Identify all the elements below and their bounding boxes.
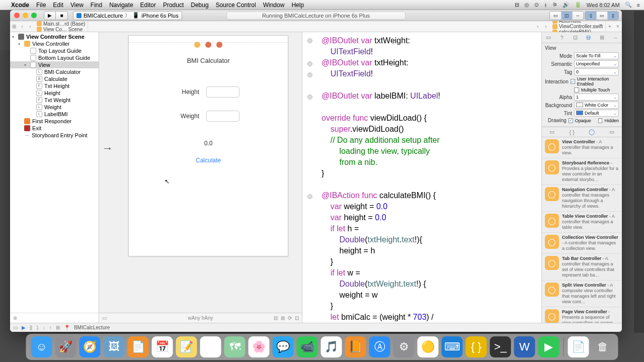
breadcrumb-item[interactable]: ViewController.swift	[550, 24, 606, 29]
tag-field[interactable]: 0⌄	[574, 68, 619, 75]
identity-inspector-tab[interactable]: ⊡	[569, 32, 582, 43]
dock-safari[interactable]: 🧭	[79, 336, 101, 357]
add-button[interactable]: +	[606, 24, 614, 29]
library-item[interactable]: ◯Collection View Controller - A controll…	[542, 233, 622, 254]
help-inspector-tab[interactable]: ?	[555, 32, 569, 43]
dock-finder[interactable]: ☺	[31, 336, 52, 357]
scheme-selector[interactable]: BMICalcLecture 〉 📱 iPhone 6s Plus	[73, 11, 182, 20]
dock-messages[interactable]: 💬	[273, 336, 294, 357]
connection-dot[interactable]	[307, 194, 312, 199]
dock-terminal[interactable]: >_	[490, 336, 511, 357]
dock-trash[interactable]: 🗑	[592, 336, 613, 357]
breadcrumb-item[interactable]: View Co… Scene	[34, 27, 88, 32]
dock-document[interactable]: 📄	[568, 336, 589, 357]
back-button[interactable]: ‹	[534, 24, 542, 29]
attributes-inspector-tab[interactable]: ⊟	[582, 32, 596, 43]
ib-view-controller[interactable]: BMI Calculator Height Weight 0.0 Calcula…	[128, 35, 288, 256]
pin-button[interactable]: ⊞	[281, 315, 285, 321]
size-inspector-tab[interactable]: ⊞	[595, 32, 609, 43]
editor-standard[interactable]: ▭	[550, 12, 561, 20]
dock-pages[interactable]: 📄	[128, 336, 149, 357]
weight-label[interactable]: Weight	[177, 113, 199, 120]
clock[interactable]: Wed 8:02 AM	[587, 2, 620, 8]
debug-step[interactable]: ||	[30, 325, 32, 330]
forward-button[interactable]: ›	[542, 24, 550, 29]
resolve-button[interactable]: ⟳	[288, 315, 292, 321]
align-button[interactable]: ⊟	[274, 315, 278, 321]
library-item[interactable]: ◯Page View Controller - Presents a seque…	[542, 307, 622, 323]
multiple-touch-checkbox[interactable]	[574, 87, 579, 93]
app-menu[interactable]: Xcode	[11, 2, 29, 9]
library-item[interactable]: ◯Navigation Controller - A controller th…	[542, 185, 622, 212]
menu-window[interactable]: Window	[263, 2, 285, 9]
hidden-checkbox[interactable]	[598, 118, 602, 123]
dock-calendar[interactable]: 📅	[152, 336, 173, 357]
forward-button[interactable]: ›	[26, 24, 34, 29]
connections-inspector-tab[interactable]: →	[609, 32, 622, 43]
object-library-tab[interactable]: ◯	[582, 127, 602, 137]
media-library-tab[interactable]: ▭	[602, 127, 622, 137]
menu-file[interactable]: File	[36, 2, 46, 9]
height-textfield[interactable]	[206, 86, 239, 98]
run-button[interactable]: ▶	[44, 11, 56, 20]
dock-notes[interactable]: 📝	[176, 336, 197, 357]
tree-item[interactable]: LHeight	[10, 89, 99, 97]
navigator-filter[interactable]: ⊕	[10, 313, 99, 323]
opaque-checkbox[interactable]: ✓	[569, 118, 573, 123]
menu-view[interactable]: View	[70, 2, 84, 9]
height-label[interactable]: Height	[177, 88, 199, 96]
vc-icon[interactable]	[194, 42, 200, 48]
minimize-button[interactable]	[23, 13, 28, 18]
library-item[interactable]: ◯Storyboard Reference - Provides a place…	[542, 158, 622, 185]
connection-dot[interactable]	[307, 61, 312, 66]
alpha-field[interactable]: 1⌄	[574, 94, 619, 101]
debug-location[interactable]: 📍	[64, 325, 70, 330]
library-item[interactable]: ◯Table View Controller - A controller th…	[542, 212, 622, 233]
menu-find[interactable]: Find	[91, 2, 102, 9]
tree-item[interactable]: LLabelBMI	[10, 111, 99, 118]
menu-debug[interactable]: Debug	[191, 2, 208, 9]
toggle-debug[interactable]: ▭	[596, 12, 607, 20]
tree-item[interactable]: LWeight	[10, 104, 99, 111]
debug-process[interactable]: BMICalcLecture	[74, 325, 110, 330]
file-template-tab[interactable]: ▭	[542, 127, 562, 137]
library-item[interactable]: ◯Split View Controller - A composite vie…	[542, 281, 622, 307]
breadcrumb-item[interactable]: Main.st…rd (Base)	[34, 21, 88, 27]
editor-version[interactable]: ↔	[572, 12, 583, 20]
menu-product[interactable]: Product	[163, 2, 184, 9]
scene-header[interactable]: ▾View Controller Scene	[10, 33, 99, 40]
library-item[interactable]: ◯Tab Bar Controller - A controller that …	[542, 254, 622, 281]
background-field[interactable]: White Color⌄	[574, 102, 619, 109]
debug-stepout[interactable]: ↑	[49, 325, 52, 330]
zoom-button[interactable]	[31, 13, 37, 18]
dock-appstore[interactable]: Ⓐ	[369, 336, 390, 357]
user-interaction-checkbox[interactable]: ✓	[571, 79, 575, 84]
tree-item[interactable]: →Storyboard Entry Point	[10, 132, 99, 139]
close-button[interactable]	[14, 13, 20, 18]
notifications-icon[interactable]: ≡	[637, 2, 640, 8]
menu-editor[interactable]: Editor	[140, 2, 156, 9]
calculate-button[interactable]: Calculate	[129, 157, 288, 164]
tree-item[interactable]: FTxt Height	[10, 82, 99, 89]
menu-extra-icon[interactable]: ◎	[524, 2, 529, 8]
library-item[interactable]: ◯View Controller - A controller that man…	[542, 137, 622, 158]
dock-preview[interactable]: 🖼	[104, 336, 125, 357]
debug-toggle[interactable]: ▭	[13, 325, 18, 330]
code-snippet-tab[interactable]: { }	[562, 127, 582, 137]
editor-gutter[interactable]	[302, 32, 317, 323]
dock-itunes[interactable]: 🎵	[321, 336, 342, 357]
tree-item[interactable]: LBMI Calculator	[10, 68, 99, 75]
dock-facetime[interactable]: 📹	[297, 336, 318, 357]
tree-item[interactable]: ▾View Controller	[10, 40, 99, 47]
resize-button[interactable]: ⊡	[295, 315, 299, 321]
dock-maps[interactable]: 🗺	[224, 336, 246, 357]
tree-item[interactable]: Exit	[10, 125, 99, 132]
connection-dot[interactable]	[307, 38, 312, 43]
size-class[interactable]: wAny hAny	[188, 315, 213, 321]
menu-source-control[interactable]: Source Control	[216, 2, 256, 9]
tree-item[interactable]: First Responder	[10, 118, 99, 125]
dock-brackets[interactable]: { }	[466, 336, 487, 357]
dock-ibooks[interactable]: 📙	[345, 336, 366, 357]
debug-pause[interactable]: ▶	[22, 325, 26, 330]
stop-button[interactable]: ■	[56, 11, 68, 20]
